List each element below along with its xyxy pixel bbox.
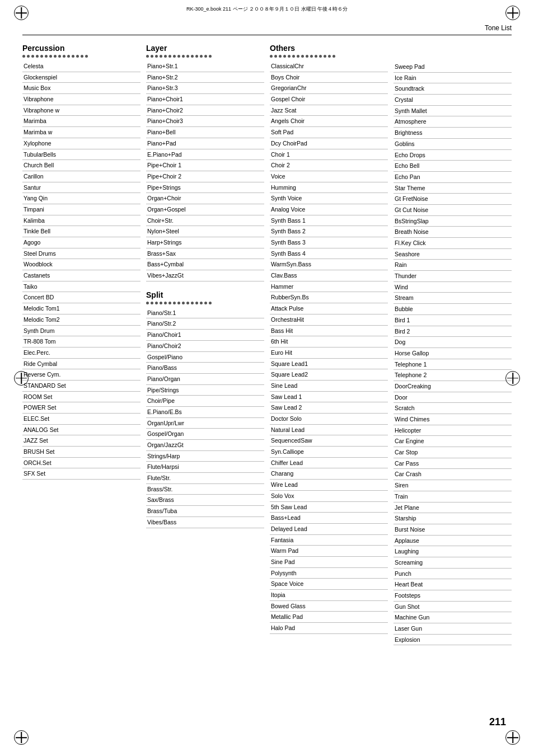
- list-item: Steel Drums: [22, 248, 140, 260]
- list-item: Analog Voice: [270, 204, 388, 215]
- list-item: BsStringSlap: [394, 216, 512, 227]
- list-item: E.Piano/E.Bs: [146, 407, 264, 418]
- list-item: Piano/Organ: [146, 374, 264, 385]
- list-item: Flute/Harpsi: [146, 462, 264, 473]
- list-item: Glockenspiel: [22, 72, 140, 83]
- list-item: Castanets: [22, 270, 140, 281]
- list-item: Solo Vox: [270, 491, 388, 502]
- mid-left-mark: [14, 371, 29, 386]
- list-item: POWER Set: [22, 402, 140, 414]
- percussion-heading: Percussion: [22, 44, 140, 53]
- list-item: Humming: [270, 182, 388, 194]
- list-item: Piano/Str.2: [146, 318, 264, 330]
- list-item: Gospel Choir: [270, 94, 388, 105]
- list-item: Footsteps: [394, 590, 512, 602]
- top-rule: [22, 35, 512, 35]
- list-item: Warm Pad: [270, 546, 388, 557]
- list-item: Bubble: [394, 304, 512, 315]
- page: RK-300_e.book 211 ページ ２００８年９月１０日 水曜日 午後４…: [0, 0, 534, 756]
- list-item: Attack Pulse: [270, 303, 388, 314]
- list-item: TubularBells: [22, 149, 140, 161]
- list-item: Delayed Lead: [270, 524, 388, 535]
- bottom-left-corner-mark: [14, 730, 29, 745]
- percussion-column: Percussion CelestaGlockenspielMusic BoxV…: [22, 44, 146, 645]
- mid-right-mark: [505, 371, 520, 386]
- percussion-list: CelestaGlockenspielMusic BoxVibraphoneVi…: [22, 61, 140, 480]
- list-item: Saw Lead 1: [270, 392, 388, 403]
- list-item: Fantasia: [270, 535, 388, 546]
- percussion-dots: [22, 55, 140, 58]
- split-dots: [146, 302, 264, 304]
- list-item: SFX Set: [22, 468, 140, 480]
- others-column: Others ClassicalChrBoys ChoirGregorianCh…: [270, 44, 394, 645]
- list-item: RubberSyn.Bs: [270, 292, 388, 303]
- list-item: Piano/Bass: [146, 363, 264, 374]
- others-heading: Others: [270, 44, 388, 53]
- list-item: Explosion: [394, 635, 512, 646]
- col4-column: Sweep PadIce RainSoundtrackCrystalSynth …: [394, 44, 512, 645]
- list-item: Scratch: [394, 403, 512, 414]
- list-item: Sweep Pad: [394, 62, 512, 73]
- list-item: Choir 1: [270, 149, 388, 161]
- list-item: Car Pass: [394, 458, 512, 469]
- list-item: Goblins: [394, 139, 512, 150]
- list-item: Piano+Choir2: [146, 105, 264, 116]
- list-item: Atmosphere: [394, 116, 512, 128]
- list-item: Synth Bass 3: [270, 237, 388, 248]
- list-item: Itopia: [270, 590, 388, 601]
- list-item: Rain: [394, 260, 512, 271]
- list-item: JAZZ Set: [22, 435, 140, 447]
- list-item: Nylon+Steel: [146, 226, 264, 237]
- list-item: Sine Pad: [270, 557, 388, 568]
- list-item: Crystal: [394, 95, 512, 106]
- list-item: Vibes/Bass: [146, 517, 264, 528]
- list-item: Brightness: [394, 128, 512, 139]
- list-item: ClassicalChr: [270, 61, 388, 72]
- list-item: Voice: [270, 171, 388, 182]
- list-item: ELEC.Set: [22, 414, 140, 425]
- list-item: Pipe+Choir 2: [146, 171, 264, 182]
- list-item: Halo Pad: [270, 623, 388, 634]
- list-item: Sax/Brass: [146, 495, 264, 506]
- list-item: Breath Noise: [394, 227, 512, 238]
- list-item: Strings/Harp: [146, 451, 264, 462]
- list-item: Fl.Key Click: [394, 238, 512, 249]
- list-item: TR-808 Tom: [22, 336, 140, 348]
- list-item: Choir+Str.: [146, 215, 264, 227]
- header-text: RK-300_e.book 211 ページ ２００８年９月１０日 水曜日 午後４…: [45, 6, 489, 13]
- col4-list: Sweep PadIce RainSoundtrackCrystalSynth …: [394, 62, 512, 645]
- list-item: ROOM Set: [22, 392, 140, 403]
- list-item: OrchestraHit: [270, 314, 388, 326]
- list-item: Gun Shot: [394, 602, 512, 613]
- list-item: Church Bell: [22, 160, 140, 171]
- page-header: RK-300_e.book 211 ページ ２００８年９月１０日 水曜日 午後４…: [0, 0, 534, 13]
- list-item: Boys Choir: [270, 72, 388, 83]
- list-item: Car Stop: [394, 447, 512, 458]
- split-list: Piano/Str.1Piano/Str.2Piano/Choir1Piano/…: [146, 308, 264, 528]
- list-item: Vibes+JazzGt: [146, 270, 264, 281]
- list-item: Bass Hit: [270, 326, 388, 337]
- list-item: Xylophone: [22, 138, 140, 149]
- others-list: ClassicalChrBoys ChoirGregorianChrGospel…: [270, 61, 388, 634]
- list-item: Door: [394, 392, 512, 403]
- list-item: Dog: [394, 337, 512, 348]
- list-item: Horse Gallop: [394, 348, 512, 359]
- list-item: Screaming: [394, 557, 512, 569]
- list-item: Melodic Tom1: [22, 303, 140, 314]
- list-item: SequencedSaw: [270, 435, 388, 447]
- list-item: Clav.Bass: [270, 270, 388, 281]
- list-item: Piano+Choir1: [146, 94, 264, 105]
- list-item: Euro Hit: [270, 348, 388, 359]
- others-dots: [270, 55, 388, 58]
- list-item: Bowed Glass: [270, 601, 388, 612]
- list-item: Piano+Str.3: [146, 83, 264, 94]
- list-item: Star Theme: [394, 183, 512, 194]
- list-item: Synth Drum: [22, 326, 140, 337]
- list-item: Machine Gun: [394, 612, 512, 623]
- list-item: Woodblock: [22, 259, 140, 270]
- list-item: Echo Drops: [394, 150, 512, 161]
- list-item: Melodic Tom2: [22, 314, 140, 326]
- list-item: Timpani: [22, 204, 140, 215]
- list-item: Piano+Pad: [146, 138, 264, 149]
- list-item: Echo Bell: [394, 161, 512, 172]
